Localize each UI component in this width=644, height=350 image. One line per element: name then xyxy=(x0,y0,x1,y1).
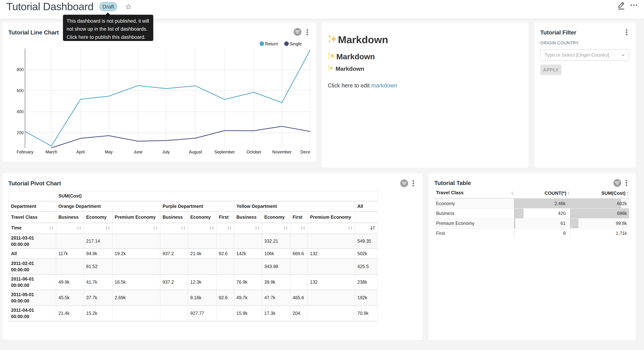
svg-text:June: June xyxy=(134,150,142,154)
svg-text:400: 400 xyxy=(17,109,24,114)
svg-text:800: 800 xyxy=(17,67,24,72)
svg-text:March: March xyxy=(46,150,57,154)
svg-text:600: 600 xyxy=(17,88,24,93)
svg-text:200: 200 xyxy=(17,130,24,135)
svg-text:December: December xyxy=(300,150,310,154)
svg-text:November: November xyxy=(272,150,292,154)
svg-text:Return: Return xyxy=(265,41,278,46)
svg-text:Single: Single xyxy=(290,41,302,46)
svg-text:August: August xyxy=(189,150,202,154)
svg-text:July: July xyxy=(162,150,170,154)
svg-text:October: October xyxy=(246,150,262,154)
svg-text:April: April xyxy=(76,150,85,154)
svg-text:February: February xyxy=(17,150,34,154)
svg-text:May: May xyxy=(105,150,113,154)
svg-text:September: September xyxy=(214,150,235,154)
